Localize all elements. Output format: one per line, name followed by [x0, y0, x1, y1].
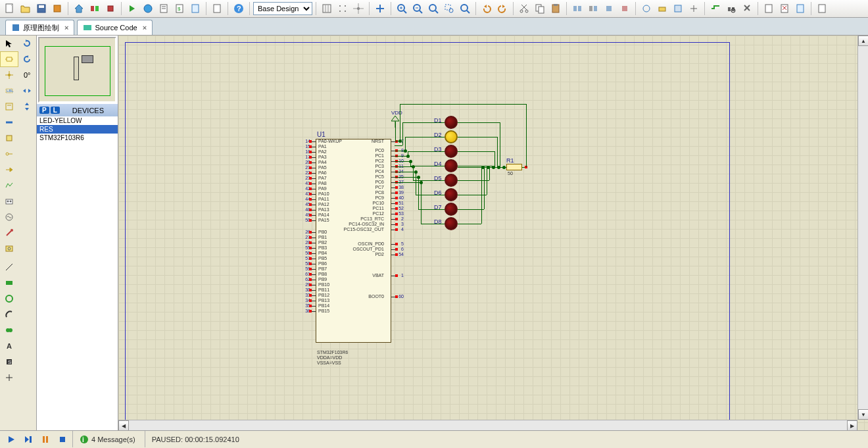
list-item[interactable]: LED-YELLOW — [37, 116, 118, 125]
bom-icon[interactable] — [157, 1, 171, 16]
text-icon[interactable]: A — [0, 338, 18, 354]
block-copy-icon[interactable] — [570, 1, 585, 16]
search-icon[interactable] — [724, 1, 738, 16]
origin-icon[interactable] — [351, 1, 366, 16]
exit-icon[interactable] — [815, 1, 829, 16]
svg-rect-85 — [6, 199, 12, 204]
block-delete-icon[interactable] — [617, 1, 632, 16]
symbol-icon[interactable]: S — [0, 354, 18, 370]
junction-icon[interactable] — [0, 67, 18, 83]
play-icon[interactable] — [4, 433, 18, 446]
run-icon[interactable] — [125, 1, 139, 16]
delete-sheet-icon[interactable] — [777, 1, 792, 16]
paste-icon[interactable] — [548, 1, 563, 16]
cut-icon[interactable] — [517, 1, 531, 16]
bus-icon[interactable] — [0, 114, 18, 130]
tab-schematic[interactable]: 原理图绘制 × — [5, 20, 74, 35]
zoom-in-icon[interactable] — [395, 1, 409, 16]
graph-icon[interactable] — [0, 178, 18, 193]
tape-icon[interactable] — [0, 193, 18, 209]
pin-icon[interactable] — [0, 162, 18, 178]
component-icon[interactable] — [0, 51, 18, 67]
package-icon[interactable] — [671, 1, 685, 16]
svg-rect-47 — [539, 7, 544, 13]
horizontal-scrollbar[interactable]: ◀ ▶ — [118, 420, 857, 430]
tab-source-code[interactable]: Source Code × — [77, 20, 153, 35]
schematic-canvas[interactable]: U1 STM32F103R6 VDDA=VDD VSSA=VSS 14PA0-W… — [118, 36, 868, 430]
notes-icon[interactable] — [210, 1, 224, 16]
copy-icon[interactable] — [533, 1, 547, 16]
zoom-out-icon[interactable] — [410, 1, 425, 16]
home-icon[interactable] — [72, 1, 86, 16]
snap-icon[interactable] — [335, 1, 350, 16]
component-u1[interactable]: U1 STM32F103R6 VDDA=VDD VSSA=VSS 14PA0-W… — [309, 131, 395, 348]
list-item[interactable]: STM32F103R6 — [37, 134, 118, 142]
open-icon[interactable] — [18, 1, 33, 16]
save-icon[interactable] — [34, 1, 49, 16]
mirror-h-icon[interactable] — [18, 83, 37, 99]
undo-icon[interactable] — [479, 1, 494, 16]
zoom-area-icon[interactable] — [442, 1, 456, 16]
arc-icon[interactable] — [0, 307, 18, 322]
messages-status[interactable]: i 4 Message(s) — [72, 431, 142, 447]
new-icon[interactable] — [3, 1, 17, 16]
zoom-sheet-icon[interactable] — [458, 1, 472, 16]
make-icon[interactable] — [655, 1, 669, 16]
property-icon[interactable] — [740, 1, 754, 16]
pick-icon[interactable] — [639, 1, 654, 16]
rect-icon[interactable] — [0, 275, 18, 291]
angle-display[interactable]: 0° — [18, 67, 37, 83]
devices-list[interactable]: LED-YELLOW RES STM32F103R6 — [37, 116, 118, 430]
overview-map[interactable] — [38, 37, 116, 103]
stop-icon[interactable] — [55, 433, 70, 446]
rotate-cw-icon[interactable] — [18, 36, 37, 51]
scroll-left-icon[interactable]: ◀ — [118, 420, 129, 430]
path-icon[interactable] — [0, 322, 18, 338]
pause-icon[interactable] — [38, 433, 53, 446]
new-sheet-icon[interactable] — [761, 1, 776, 16]
vdd-terminal[interactable]: VDD — [391, 110, 402, 128]
globe-icon[interactable] — [141, 1, 155, 16]
decompose-icon[interactable] — [687, 1, 701, 16]
line-icon[interactable] — [0, 259, 18, 275]
marker-icon[interactable] — [0, 370, 18, 386]
help-icon[interactable]: ? — [231, 1, 246, 16]
probe-icon[interactable] — [0, 225, 18, 241]
rotate-ccw-icon[interactable] — [18, 51, 37, 67]
vertical-scrollbar[interactable]: ▲ ▼ — [857, 36, 868, 420]
instrument-icon[interactable] — [0, 241, 18, 257]
wire-autoroute-icon[interactable] — [708, 1, 723, 16]
block-move-icon[interactable] — [586, 1, 600, 16]
goto-sheet-icon[interactable] — [793, 1, 808, 16]
circle-icon[interactable] — [0, 291, 18, 307]
script-icon[interactable]: $ — [172, 1, 187, 16]
close-icon[interactable]: × — [143, 24, 147, 32]
terminal-icon[interactable] — [0, 146, 18, 162]
text-script-icon[interactable] — [0, 99, 18, 114]
scroll-up-icon[interactable]: ▲ — [858, 36, 868, 46]
redo-icon[interactable] — [495, 1, 510, 16]
design-variant-combo[interactable]: Base Design — [253, 2, 312, 15]
erc-icon[interactable] — [188, 1, 203, 16]
chip-icon[interactable] — [103, 1, 118, 16]
close-icon[interactable]: × — [64, 24, 68, 32]
label-icon[interactable]: LBL — [0, 83, 18, 99]
l-badge[interactable]: L — [51, 107, 60, 114]
import-icon[interactable] — [50, 1, 64, 16]
p-badge[interactable]: P — [39, 107, 49, 114]
mirror-v-icon[interactable] — [18, 99, 37, 114]
step-icon[interactable] — [21, 433, 36, 446]
tab-label: Source Code — [95, 24, 137, 32]
subcircuit-icon[interactable] — [0, 130, 18, 146]
scroll-right-icon[interactable]: ▶ — [847, 420, 857, 430]
generator-icon[interactable] — [0, 209, 18, 225]
svg-rect-17 — [323, 5, 331, 12]
variant-icon[interactable] — [87, 1, 102, 16]
selection-icon[interactable] — [0, 36, 18, 51]
center-icon[interactable] — [373, 1, 387, 16]
scroll-down-icon[interactable]: ▼ — [858, 409, 868, 420]
block-rotate-icon[interactable] — [602, 1, 616, 16]
list-item[interactable]: RES — [37, 125, 118, 134]
toggle-grid-icon[interactable] — [320, 1, 334, 16]
zoom-fit-icon[interactable] — [426, 1, 441, 16]
